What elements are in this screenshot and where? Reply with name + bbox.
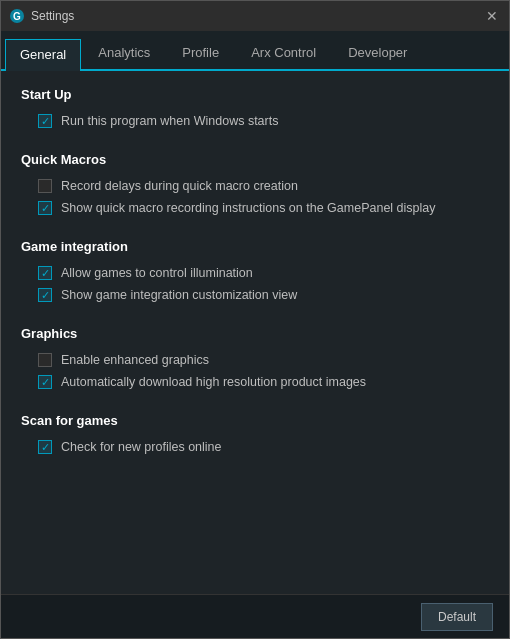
tab-general[interactable]: General — [5, 39, 81, 71]
tab-developer[interactable]: Developer — [333, 37, 422, 69]
checkbox-qm-1-label: Record delays during quick macro creatio… — [61, 179, 298, 193]
section-graphics-title: Graphics — [21, 326, 489, 341]
list-item: Enable enhanced graphics — [21, 349, 489, 371]
list-item: Record delays during quick macro creatio… — [21, 175, 489, 197]
list-item: Run this program when Windows starts — [21, 110, 489, 132]
tab-bar: General Analytics Profile Arx Control De… — [1, 31, 509, 71]
checkbox-gi-2[interactable] — [37, 287, 53, 303]
checkbox-gr-2[interactable] — [37, 374, 53, 390]
checkbox-gr-1[interactable] — [37, 352, 53, 368]
checkbox-startup-1-label: Run this program when Windows starts — [61, 114, 278, 128]
section-startup-title: Start Up — [21, 87, 489, 102]
list-item: Show game integration customization view — [21, 284, 489, 306]
checked-icon — [38, 440, 52, 454]
checkbox-qm-2-label: Show quick macro recording instructions … — [61, 201, 436, 215]
section-quick-macros: Quick Macros Record delays during quick … — [21, 152, 489, 219]
close-button[interactable]: ✕ — [483, 7, 501, 25]
checked-icon — [38, 288, 52, 302]
list-item: Automatically download high resolution p… — [21, 371, 489, 393]
checkbox-gi-2-label: Show game integration customization view — [61, 288, 297, 302]
settings-window: G Settings ✕ General Analytics Profile A… — [0, 0, 510, 639]
tab-analytics[interactable]: Analytics — [83, 37, 165, 69]
content-area: Start Up Run this program when Windows s… — [1, 71, 509, 594]
section-game-integration-title: Game integration — [21, 239, 489, 254]
list-item: Allow games to control illumination — [21, 262, 489, 284]
title-bar: G Settings ✕ — [1, 1, 509, 31]
checkbox-gr-1-label: Enable enhanced graphics — [61, 353, 209, 367]
unchecked-icon — [38, 353, 52, 367]
checkbox-gi-1-label: Allow games to control illumination — [61, 266, 253, 280]
default-button[interactable]: Default — [421, 603, 493, 631]
checkbox-qm-2[interactable] — [37, 200, 53, 216]
checkbox-startup-1[interactable] — [37, 113, 53, 129]
checked-icon — [38, 375, 52, 389]
tab-arx-control[interactable]: Arx Control — [236, 37, 331, 69]
bottom-bar: Default — [1, 594, 509, 638]
checked-icon — [38, 266, 52, 280]
tab-developer-label: Developer — [348, 45, 407, 60]
checkbox-sg-1[interactable] — [37, 439, 53, 455]
window-title: Settings — [31, 9, 483, 23]
app-icon: G — [9, 8, 25, 24]
section-game-integration: Game integration Allow games to control … — [21, 239, 489, 306]
checkbox-sg-1-label: Check for new profiles online — [61, 440, 222, 454]
section-scan-games: Scan for games Check for new profiles on… — [21, 413, 489, 458]
tab-general-label: General — [20, 47, 66, 62]
tab-arx-control-label: Arx Control — [251, 45, 316, 60]
tab-analytics-label: Analytics — [98, 45, 150, 60]
section-startup: Start Up Run this program when Windows s… — [21, 87, 489, 132]
svg-text:G: G — [13, 11, 21, 22]
tab-profile-label: Profile — [182, 45, 219, 60]
list-item: Show quick macro recording instructions … — [21, 197, 489, 219]
checked-icon — [38, 201, 52, 215]
list-item: Check for new profiles online — [21, 436, 489, 458]
unchecked-icon — [38, 179, 52, 193]
section-quick-macros-title: Quick Macros — [21, 152, 489, 167]
checked-icon — [38, 114, 52, 128]
tab-profile[interactable]: Profile — [167, 37, 234, 69]
checkbox-gi-1[interactable] — [37, 265, 53, 281]
section-graphics: Graphics Enable enhanced graphics Automa… — [21, 326, 489, 393]
checkbox-gr-2-label: Automatically download high resolution p… — [61, 375, 366, 389]
checkbox-qm-1[interactable] — [37, 178, 53, 194]
section-scan-games-title: Scan for games — [21, 413, 489, 428]
